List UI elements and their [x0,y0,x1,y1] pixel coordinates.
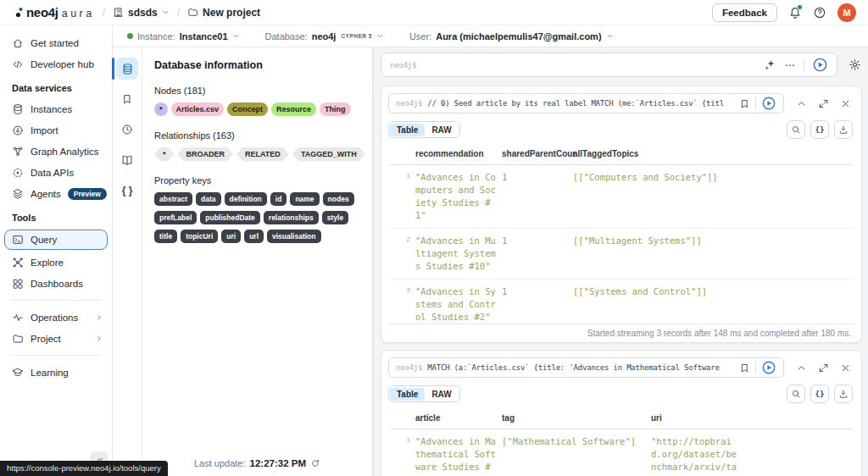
property-key-pill[interactable]: definition [225,192,267,206]
sidebar-item-learning[interactable]: Learning [0,362,112,383]
rail-guides-button[interactable] [116,149,138,171]
property-key-pill[interactable]: id [270,192,287,206]
help-button[interactable] [813,6,826,19]
property-key-pill[interactable]: relationships [264,211,319,224]
instance-label: Instance: [137,31,175,42]
rail-database-info-button[interactable] [116,58,138,80]
product-name: aura [62,8,95,19]
sidebar-item-developer-hub[interactable]: Developer hub [0,53,112,75]
node-label-pill[interactable]: Thing [320,102,351,116]
sidebar-item-explore[interactable]: Explore [0,252,112,273]
sidebar-item-operations[interactable]: Operations [0,307,112,328]
column-header: allTaggedTopics [573,149,853,158]
instance-status-dot [127,33,133,39]
property-key-pill[interactable]: visualisation [267,230,321,243]
database-information-panel: Database information Nodes (181) * Artic… [142,47,373,476]
breadcrumb-separator: / [177,7,180,19]
node-label-pill[interactable]: Concept [227,102,268,116]
table-row: 1 "Advances in Ma thematical Soft ware S… [390,429,853,476]
relationship-type-pill[interactable]: * [154,147,175,161]
sidebar-item-agents[interactable]: Agents Preview [0,183,112,204]
sidebar-item-dashboards[interactable]: Dashboards [0,273,112,294]
download-results-button[interactable] [834,120,853,139]
view-toggle-table[interactable]: Table [390,388,425,401]
sidebar-item-project[interactable]: Project [0,328,112,349]
property-key-pill[interactable]: url [244,230,264,243]
ai-sparkle-icon[interactable] [764,58,776,71]
feedback-button[interactable]: Feedback [712,3,777,22]
database-selector[interactable]: Database: neo4j CYPHER 5 [265,31,384,42]
property-key-pill[interactable]: topicUri [181,230,218,243]
rail-parameters-button[interactable]: { } [116,180,138,202]
save-bookmark-icon[interactable] [739,98,750,109]
sidebar-item-data-apis[interactable]: Data APIs [0,162,112,183]
search-results-button[interactable] [787,120,805,139]
property-key-pill[interactable]: nodes [323,192,354,206]
relationship-type-pill[interactable]: RELATED [236,147,289,161]
collapse-frame-button[interactable] [796,363,807,374]
property-key-pill[interactable]: prefLabel [154,211,197,224]
property-key-pill[interactable]: data [196,192,220,206]
collapse-frame-button[interactable] [796,98,807,109]
terminal-icon [12,234,24,246]
expand-frame-button[interactable] [818,98,829,109]
sidebar-item-import[interactable]: Import [0,119,112,141]
help-icon [813,6,826,19]
project-breadcrumb[interactable]: New project [187,7,260,19]
run-query-button[interactable] [761,96,776,111]
sidebar-item-query[interactable]: Query [4,230,108,250]
relationship-type-pill[interactable]: TAGGED_WITH [292,147,365,161]
editor-settings-button[interactable] [849,58,861,71]
run-query-button[interactable] [761,360,776,375]
property-key-pill[interactable]: title [154,230,177,243]
more-options-icon[interactable] [784,59,796,71]
rail-history-button[interactable] [116,119,138,141]
property-key-pill[interactable]: publishedDate [200,211,260,224]
rail-selected-indicator [112,58,114,80]
rail-saved-cypher-button[interactable] [116,88,138,110]
sidebar-item-instances[interactable]: Instances [0,98,112,119]
property-key-pill[interactable]: style [322,211,348,224]
sidebar-item-label: Graph Analytics [31,147,99,157]
building-icon [113,7,124,18]
user-selector[interactable]: User: Aura (michaelpemulis47@gmail.com) [409,31,614,42]
view-toggle-raw[interactable]: RAW [425,124,458,136]
instance-selector[interactable]: Instance: Instance01 [127,31,240,42]
org-switcher[interactable]: sdsds [113,7,170,19]
cypher-editor[interactable]: neo4j$ [381,53,837,77]
refresh-icon[interactable] [310,458,320,468]
sidebar-item-graph-analytics[interactable]: Graph Analytics [0,141,112,162]
search-results-button[interactable] [787,385,805,403]
node-label-pill[interactable]: * [154,102,168,116]
property-key-pill[interactable]: abstract [154,192,192,206]
close-icon [840,363,851,374]
last-update-label: Last update: [194,458,246,468]
node-label-pill[interactable]: Resource [271,102,316,116]
close-frame-button[interactable] [840,363,851,374]
run-query-button[interactable] [812,57,828,73]
close-frame-button[interactable] [840,98,851,109]
sidebar-section-tools: Tools [0,204,112,228]
expand-frame-button[interactable] [818,363,829,374]
query-results-area: neo4j$ neo4j$ // 0) Seed article by its … [373,47,868,476]
frame-cypher-editor[interactable]: neo4j$ // 0) Seed article by its real la… [388,93,784,113]
notifications-button[interactable] [788,6,802,19]
property-key-pill[interactable]: name [290,192,319,206]
frame-cypher-editor[interactable]: neo4j$ MATCH (a:`Articles.csv` {title: '… [388,357,784,378]
parameters-button[interactable]: {} [810,385,829,403]
view-toggle-raw[interactable]: RAW [425,388,458,401]
folder-icon [12,333,24,345]
view-toggle-table[interactable]: Table [390,124,425,136]
sidebar-item-get-started[interactable]: Get started [0,32,112,53]
avatar[interactable]: M [837,3,856,22]
save-bookmark-icon[interactable] [739,363,750,374]
node-label-pill[interactable]: Articles.csv [171,102,225,116]
relationship-type-pill[interactable]: BROADER [178,147,234,161]
property-keys-heading: Property keys [154,175,362,185]
parameters-button[interactable]: {} [810,120,829,139]
neo4j-logo[interactable]: neo4j aura [15,5,95,19]
download-results-button[interactable] [834,385,853,403]
download-icon [838,125,849,135]
graph-analytics-icon [12,146,24,158]
property-key-pill[interactable]: uri [221,230,241,243]
